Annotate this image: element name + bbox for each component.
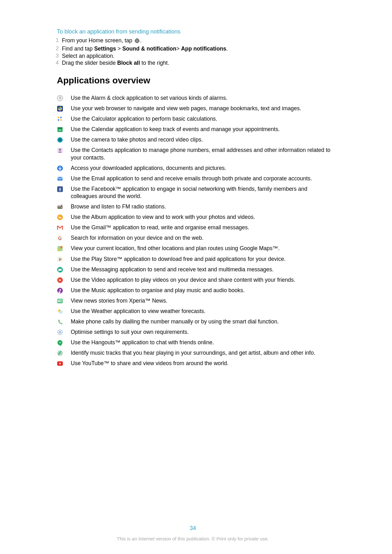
step-row: 3 Select an application. [51,52,335,60]
app-description: Make phone calls by dialling the number … [71,318,335,325]
app-description: View your current location, find other l… [71,245,335,252]
app-row: Search for information on your device an… [57,234,335,242]
play-store-icon [57,256,71,263]
footer-text: This is an Internet version of this publ… [51,532,335,541]
page-number: 34 [51,515,335,532]
app-description: Use the Hangouts™ application to chat wi… [71,339,335,346]
app-row: Use the Hangouts™ application to chat wi… [57,339,335,346]
step-sep: > [116,45,122,52]
settings-icon [57,328,71,336]
app-row: Access your downloaded applications, doc… [57,165,335,172]
facebook-icon [57,185,71,200]
app-row: Use your web browser to navigate and vie… [57,105,335,112]
app-row: Browse and listen to FM radio stations. [57,203,335,210]
phone-icon [57,318,71,325]
step-text-pre: From your Home screen, tap [62,37,134,44]
steps-list: 1 From your Home screen, tap . 2 Find an… [51,37,335,67]
step-text: Select an application. [62,52,335,60]
calendar-icon [57,126,71,133]
app-description: View news stories from Xperia™ News. [71,297,335,304]
app-row: View news stories from Xperia™ News. [57,297,335,304]
app-row: View your current location, find other l… [57,245,335,252]
app-row: Use the Album application to view and to… [57,214,335,221]
app-row: Use the Music application to organise an… [57,287,335,294]
messaging-icon [57,266,71,273]
app-description: Use the Music application to organise an… [71,287,335,294]
app-row: Use the Calendar application to keep tra… [57,126,335,133]
app-description: Identify music tracks that you hear play… [71,349,335,357]
step-number: 2 [51,45,62,52]
gmail-icon [57,224,71,231]
apps-grid-icon [135,38,140,45]
app-row: Use the Video application to play videos… [57,276,335,284]
fm-radio-icon [57,203,71,210]
app-row: Identify music tracks that you hear play… [57,349,335,357]
step-text-post: . [226,45,228,52]
calculator-icon [57,115,71,123]
section-heading-link[interactable]: To block an application from sending not… [57,28,335,35]
app-description: Use the Calculator application to perfor… [71,115,335,123]
app-row: Optimise settings to suit your own requi… [57,328,335,336]
step-text-post: . [140,37,142,44]
email-icon [57,175,71,182]
app-description: Use the Gmail™ application to read, writ… [71,224,335,231]
step-text: From your Home screen, tap . [62,37,335,45]
hangouts-icon [57,339,71,346]
step-row: 4 Drag the slider beside Block all to th… [51,59,335,67]
browser-icon [57,105,71,112]
news-icon [57,297,71,304]
step-number: 1 [51,37,62,45]
step-number: 4 [51,59,62,67]
app-description: Use your web browser to navigate and vie… [71,105,335,112]
step-row: 2 Find and tap Settings > Sound & notifi… [51,45,335,52]
app-description: Search for information on your device an… [71,234,335,242]
app-row: Use YouTube™ to share and view videos fr… [57,360,335,367]
app-row: Use the Contacts application to manage p… [57,147,335,161]
camera-icon [57,136,71,143]
app-description: Use the Video application to play videos… [71,276,335,284]
step-text: Drag the slider beside Block all to the … [62,59,335,67]
app-row: Use the Facebook™ application to engage … [57,185,335,200]
step-text-post: to the right. [140,60,169,66]
app-description: Access your downloaded applications, doc… [71,165,335,172]
app-description: Use the Album application to view and to… [71,214,335,221]
app-description: Use the Facebook™ application to engage … [71,185,335,200]
app-row: Use the Weather application to view weat… [57,308,335,315]
app-row: Use the camera to take photos and record… [57,136,335,143]
track-id-icon [57,349,71,357]
app-description: Optimise settings to suit your own requi… [71,328,335,336]
step-bold: Settings [94,45,116,52]
app-row: Use the Email application to send and re… [57,175,335,182]
app-description: Use the Play Store™ application to downl… [71,256,335,263]
app-row: Use the Alarm & clock application to set… [57,94,335,102]
app-description: Browse and listen to FM radio stations. [71,203,335,210]
step-sep: > [176,45,181,52]
app-row: Make phone calls by dialling the number … [57,318,335,325]
music-icon [57,287,71,294]
youtube-icon [57,360,71,367]
step-bold: Block all [117,60,140,66]
step-number: 3 [51,52,62,60]
app-description: Use YouTube™ to share and view videos fr… [71,360,335,367]
app-row: Use the Messaging application to send an… [57,266,335,273]
app-description: Use the Messaging application to send an… [71,266,335,273]
app-row: Use the Gmail™ application to read, writ… [57,224,335,231]
app-description: Use the Email application to send and re… [71,175,335,182]
album-icon [57,214,71,221]
step-text: Find and tap Settings > Sound & notifica… [62,45,335,52]
step-row: 1 From your Home screen, tap . [51,37,335,45]
step-text-pre: Find and tap [62,45,94,52]
app-row: Use the Play Store™ application to downl… [57,256,335,263]
applications-overview-heading: Applications overview [57,75,335,86]
step-bold: Sound & notification [122,45,176,52]
app-description: Use the Alarm & clock application to set… [71,94,335,102]
page: To block an application from sending not… [0,0,392,554]
weather-icon [57,308,71,315]
alarm-clock-icon [57,94,71,102]
google-icon [57,234,71,242]
app-description: Use the Contacts application to manage p… [71,147,335,161]
applications-list: Use the Alarm & clock application to set… [57,91,335,370]
contacts-icon [57,147,71,161]
app-description: Use the Calendar application to keep tra… [71,126,335,133]
video-icon [57,276,71,284]
